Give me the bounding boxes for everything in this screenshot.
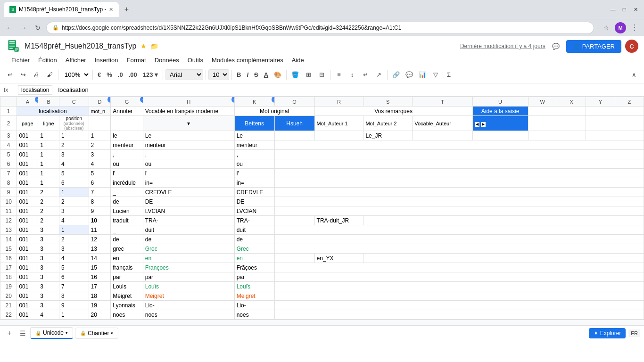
explore-button[interactable]: ✦ Explorer — [589, 328, 626, 338]
col-header-O[interactable]: O — [274, 97, 314, 107]
cell-a21[interactable]: 001 — [17, 301, 38, 310]
cell-g18[interactable]: par — [111, 272, 143, 282]
cell-c7[interactable]: 5 — [59, 169, 89, 178]
cell-g17[interactable]: français — [111, 263, 143, 272]
cell-g13[interactable]: _ — [111, 225, 143, 235]
chart-button[interactable]: 📊 — [416, 69, 429, 81]
cell-h11[interactable]: LVCIAN — [143, 206, 234, 216]
cell-d12[interactable]: 10 — [89, 216, 111, 225]
col-header-G[interactable]: G + — [111, 97, 143, 107]
cell-k8[interactable]: in= — [234, 178, 274, 188]
cell-h4[interactable]: menteur — [143, 140, 234, 150]
forward-button[interactable]: → — [18, 22, 29, 33]
col-header-T[interactable]: T — [413, 97, 472, 107]
cell-s3[interactable]: Le_JR — [363, 131, 413, 140]
cell-b6[interactable]: 1 — [38, 159, 59, 169]
cell-b21[interactable]: 3 — [38, 301, 59, 310]
add-col-after-G[interactable]: + — [140, 97, 143, 103]
col-header-A[interactable]: A + — [17, 97, 38, 107]
cell-vocable-auteur[interactable]: Vocable_Auteur — [413, 116, 472, 131]
menu-format[interactable]: Format — [123, 55, 149, 66]
cell-h16[interactable]: en — [143, 254, 234, 263]
sheet-tab-unicode[interactable]: 🔒 Unicode ▾ — [30, 327, 73, 339]
refresh-button[interactable]: ↻ — [32, 22, 43, 33]
cell-h15[interactable]: Grec — [143, 244, 234, 254]
paint-format-button[interactable]: 🖌 — [43, 69, 56, 81]
comment-icon[interactable]: 💬 — [549, 40, 562, 53]
cell-a5[interactable]: 001 — [17, 150, 38, 159]
browser-tab[interactable]: S M1548préf_Hsueh2018_transTyp - ✕ — [4, 2, 119, 17]
percent-button[interactable]: % — [104, 70, 115, 79]
cell-c19[interactable]: 7 — [59, 282, 89, 291]
cell-b3[interactable]: 1 — [38, 131, 59, 140]
cell-g5[interactable]: , — [111, 150, 143, 159]
font-select[interactable]: Arial — [165, 69, 203, 80]
browser-menu-icon[interactable]: ⋮ — [629, 22, 640, 33]
cell-annoter[interactable]: Annoter — [111, 107, 143, 116]
add-col-after-D2[interactable]: + — [107, 97, 111, 103]
zoom-select[interactable]: 100% — [61, 70, 90, 80]
cell-mot-auteur2[interactable]: Mot_Auteur 2 — [363, 116, 413, 131]
cell-d19[interactable]: 17 — [89, 282, 111, 291]
cell-a10[interactable]: 001 — [17, 197, 38, 206]
chantier-dropdown-icon[interactable]: ▾ — [111, 331, 113, 336]
rotate-button[interactable]: ↗ — [372, 69, 385, 81]
cell-h12[interactable]: TRA- — [143, 216, 234, 225]
language-badge[interactable]: FR — [628, 329, 640, 337]
col-header-W[interactable]: W — [528, 97, 557, 107]
cell-g16[interactable]: en — [111, 254, 143, 263]
col-header-K[interactable]: K + — [234, 97, 274, 107]
cell-c21[interactable]: 9 — [59, 301, 89, 310]
minimize-button[interactable]: — — [608, 5, 618, 14]
menu-modules[interactable]: Modules complémentaires — [208, 55, 287, 66]
filter-button[interactable]: ▽ — [429, 69, 442, 81]
cell-b12[interactable]: 2 — [38, 216, 59, 225]
redo-button[interactable]: ↪ — [17, 69, 29, 81]
cell-h8[interactable]: in= — [143, 178, 234, 188]
cell-k22[interactable]: noes — [234, 310, 274, 320]
cell-b9[interactable]: 2 — [38, 188, 59, 197]
cell-a6[interactable]: 001 — [17, 159, 38, 169]
cell-position-hdr[interactable]: position(ordonnée)(abscisse) — [59, 116, 89, 131]
borders-button[interactable]: ⊞ — [302, 69, 314, 81]
cell-g10[interactable]: de — [111, 197, 143, 206]
cell-g19[interactable]: Louis — [111, 282, 143, 291]
cell-k21[interactable]: Lio- — [234, 301, 274, 310]
cell-d6[interactable]: 4 — [89, 159, 111, 169]
cell-k6[interactable]: ou — [234, 159, 274, 169]
col-header-S[interactable]: S — [363, 97, 413, 107]
cell-k20[interactable]: Meigret — [234, 291, 274, 301]
cell-d20[interactable]: 18 — [89, 291, 111, 301]
nav-right-icon[interactable]: ▶ — [481, 122, 486, 127]
cell-d21[interactable]: 19 — [89, 301, 111, 310]
col-header-Y[interactable]: Y — [586, 97, 615, 107]
cell-a11[interactable]: 001 — [17, 206, 38, 216]
cell-k5[interactable]: , — [234, 150, 274, 159]
currency-button[interactable]: € — [95, 70, 103, 79]
cell-c22[interactable]: 1 — [59, 310, 89, 320]
decimal00-button[interactable]: .00 — [126, 70, 140, 79]
cell-k19[interactable]: Louïs — [234, 282, 274, 291]
menu-aide[interactable]: Aide — [288, 55, 308, 66]
tab-close-icon[interactable]: ✕ — [109, 7, 113, 13]
font-size-select[interactable]: 10 — [208, 69, 229, 80]
maximize-button[interactable]: □ — [619, 5, 629, 14]
cell-h10[interactable]: DE — [143, 197, 234, 206]
cell-k16[interactable]: en — [234, 254, 274, 263]
cell-a3[interactable]: 001 — [17, 131, 38, 140]
col-header-R[interactable]: R — [314, 97, 363, 107]
cell-mot-original[interactable]: Mot original — [234, 107, 314, 116]
cell-a4[interactable]: 001 — [17, 140, 38, 150]
functions-button[interactable]: Σ — [443, 69, 455, 81]
menu-afficher[interactable]: Afficher — [62, 55, 90, 66]
share-button[interactable]: 👤 PARTAGER — [566, 40, 621, 53]
cell-d15[interactable]: 13 — [89, 244, 111, 254]
cell-d9[interactable]: 7 — [89, 188, 111, 197]
cell-g6[interactable]: ou — [111, 159, 143, 169]
col-header-D[interactable]: D + — [89, 97, 111, 107]
scrollbar-horizontal[interactable] — [0, 320, 644, 325]
cell-h17[interactable]: Françoes — [143, 263, 234, 272]
col-header-C[interactable]: C — [59, 97, 89, 107]
cell-c10[interactable]: 2 — [59, 197, 89, 206]
cell-a19[interactable]: 001 — [17, 282, 38, 291]
